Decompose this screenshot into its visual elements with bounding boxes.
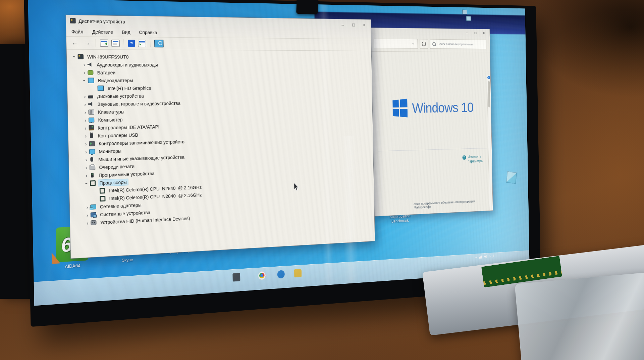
control-panel-window: – □ × › Поиск в панели управления Window… [371, 28, 493, 217]
chevron-icon[interactable]: › [81, 62, 88, 67]
change-settings-label: Изменить параметры [468, 154, 487, 164]
device-label: Программные устройства [97, 170, 156, 178]
system-tray: › RU [475, 254, 494, 260]
device-tree-item[interactable]: ›WIN-I89UFFS9UT0 [67, 52, 372, 61]
desktop-icon-small[interactable] [462, 10, 467, 14]
audio-icon [88, 62, 93, 67]
chevron-icon[interactable]: › [81, 70, 88, 75]
keyboard-icon [89, 109, 94, 115]
minimize-button[interactable]: – [337, 20, 348, 29]
chevron-icon[interactable]: › [84, 180, 89, 187]
folder-icon[interactable] [294, 269, 302, 277]
maximize-button[interactable]: □ [348, 20, 359, 29]
mouse-icon [90, 157, 93, 162]
device-label: Клавиатуры [97, 108, 125, 115]
device-label: Мониторы [98, 147, 123, 154]
volume-icon[interactable] [484, 255, 487, 258]
chevron-icon[interactable]: › [83, 149, 89, 154]
device-tree-item[interactable]: ›Батареи [67, 68, 372, 76]
device-label: Сетевые адаптеры [99, 201, 143, 210]
chevron-icon[interactable]: › [83, 157, 89, 162]
desktop-icon-small[interactable] [466, 16, 471, 21]
chevron-icon[interactable]: › [83, 173, 90, 178]
monitor-icon [89, 117, 94, 122]
network-icon[interactable] [479, 255, 482, 259]
chevron-icon[interactable]: › [82, 118, 89, 123]
chrome-icon[interactable] [258, 271, 266, 280]
chevron-icon[interactable]: › [83, 133, 89, 138]
windows-desktop: – □ × › Поиск в панели управления Window… [28, 0, 530, 306]
chevron-down-icon[interactable]: › [410, 40, 418, 48]
copyright-text: ание программного обеспечения корпорации… [414, 199, 489, 209]
console-tree-icon[interactable] [100, 40, 108, 47]
keyboard-layout-indicator[interactable]: RU [489, 254, 494, 259]
shortcut-label: Skype [110, 257, 145, 264]
menu-view[interactable]: Вид [122, 29, 130, 35]
chevron-up-icon[interactable]: › [474, 257, 478, 258]
search-icon [432, 42, 436, 46]
menu-action[interactable]: Действие [92, 29, 113, 35]
chevron-icon[interactable]: › [82, 102, 88, 107]
device-label: Очереди печати [98, 163, 136, 170]
separator [96, 39, 96, 47]
chevron-icon[interactable]: › [84, 220, 91, 226]
device-label: Контроллеры USB [97, 132, 140, 139]
scrollbar[interactable]: ▲ [487, 76, 493, 211]
chevron-icon[interactable]: › [82, 77, 87, 84]
blue-app-icon[interactable] [277, 270, 284, 278]
app-icon[interactable] [232, 273, 240, 282]
help-icon[interactable]: ? [128, 40, 135, 47]
chevron-icon[interactable]: › [83, 165, 90, 170]
chevron-icon[interactable]: › [82, 94, 88, 99]
control-panel-titlebar: – □ × [371, 28, 490, 37]
back-icon[interactable]: ← [70, 39, 79, 47]
webcam-module [296, 0, 318, 14]
device-list-icon[interactable] [138, 40, 146, 47]
control-panel-content: Windows 10 Изменить параметры ание прогр… [371, 52, 493, 216]
device-label: Видеоадаптеры [97, 77, 134, 83]
properties-icon[interactable] [111, 40, 120, 47]
ide-icon [89, 125, 94, 130]
chevron-icon[interactable]: › [84, 212, 91, 218]
device-label: Звуковые, игровые и видеоустройства [96, 100, 182, 107]
os-name: Windows 10 [412, 99, 474, 116]
antistatic-bag [515, 272, 644, 360]
address-bar[interactable]: › [374, 39, 418, 48]
scan-hardware-icon[interactable] [154, 40, 164, 47]
device-tree-item[interactable]: ›Аудиовходы и аудиовыходы [67, 60, 372, 69]
menu-file[interactable]: Файл [71, 29, 84, 34]
scrollbar-thumb[interactable] [488, 81, 490, 107]
chevron-spacer [93, 191, 100, 191]
device-label: WIN-I89UFFS9UT0 [86, 53, 130, 60]
close-button[interactable]: × [480, 31, 488, 35]
control-panel-navbar: › Поиск в панели управления [371, 36, 490, 52]
refresh-button[interactable] [420, 39, 428, 48]
chevron-icon[interactable]: › [83, 141, 89, 146]
scroll-up-icon[interactable]: ▲ [487, 76, 490, 79]
maximize-button[interactable]: □ [471, 31, 480, 35]
battery-icon [88, 70, 93, 75]
minimize-button[interactable]: – [463, 31, 471, 35]
chevron-icon[interactable]: › [82, 125, 89, 130]
device-label: Аудиовходы и аудиовыходы [95, 61, 159, 68]
cpu-icon [100, 195, 105, 201]
mouse-cursor [293, 183, 299, 191]
change-settings-link[interactable]: Изменить параметры [462, 154, 487, 164]
chevron-icon[interactable]: › [72, 53, 77, 60]
storage-icon [89, 141, 95, 146]
audio-icon [88, 102, 94, 106]
display-icon [88, 78, 94, 83]
menu-help[interactable]: Справка [139, 29, 157, 35]
device-manager-icon [70, 18, 76, 24]
usb-icon [90, 133, 93, 138]
forward-icon[interactable]: → [83, 39, 92, 47]
recycle-bin-icon[interactable] [506, 171, 517, 184]
window-title: Диспетчер устройств [78, 18, 125, 25]
chevron-icon[interactable]: › [82, 109, 88, 115]
chevron-spacer [93, 198, 100, 199]
control-panel-search-input[interactable]: Поиск в панели управления [430, 39, 486, 49]
close-button[interactable]: × [359, 20, 370, 29]
separator [150, 40, 150, 47]
device-label: Батареи [96, 69, 117, 76]
windows-10-branding: Windows 10 [392, 99, 474, 117]
